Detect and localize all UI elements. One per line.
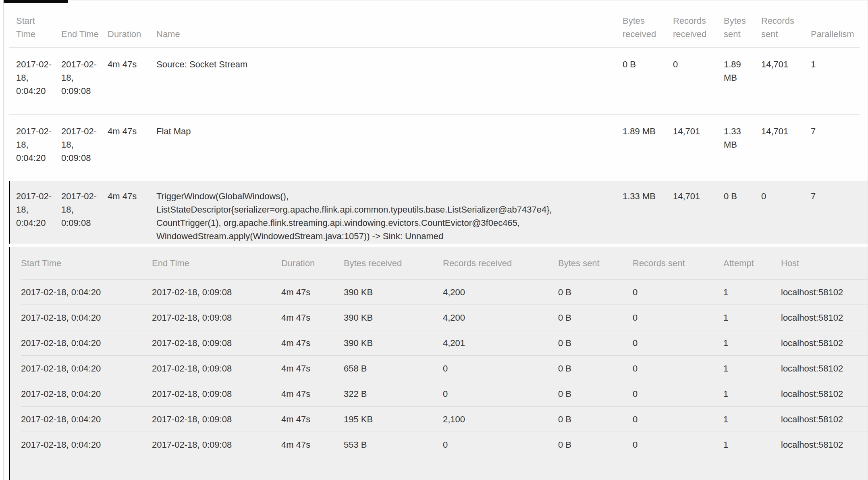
- cell-records-received: 4,200: [443, 311, 558, 324]
- cell-records-sent: 14,701: [761, 125, 811, 138]
- cell-records-received: 0: [443, 438, 558, 451]
- cell-bytes-received: 658 B: [344, 362, 443, 375]
- operator-row-flat-map[interactable]: 2017-02-18, 0:04:20 2017-02-18, 0:09:08 …: [9, 115, 860, 181]
- cell-start-time: 2017-02-18, 0:04:20: [21, 311, 152, 324]
- cell-bytes-sent: 0 B: [558, 286, 633, 299]
- active-tab-indicator: [4, 0, 68, 3]
- cell-bytes-received: 390 KB: [344, 311, 443, 324]
- subtask-table-header: Start Time End Time Duration Bytes recei…: [21, 247, 868, 280]
- cell-host: localhost:58102: [781, 362, 868, 375]
- col-header-attempt: Attempt: [723, 257, 781, 270]
- cell-records-received: 0: [443, 387, 558, 401]
- col-header-bytes-received: Bytes received: [344, 257, 443, 270]
- cell-records-sent: 0: [633, 286, 723, 299]
- cell-records-sent: 0: [633, 438, 723, 451]
- cell-end-time: 2017-02-18, 0:09:08: [152, 336, 281, 350]
- cell-duration: 4m 47s: [281, 362, 344, 375]
- cell-start-time: 2017-02-18, 0:04:20: [21, 438, 152, 451]
- cell-start-time: 2017-02-18, 0:04:20: [21, 336, 152, 350]
- col-header-host: Host: [781, 257, 868, 270]
- subtask-row: 2017-02-18, 0:04:20 2017-02-18, 0:09:08 …: [21, 330, 868, 356]
- col-header-start-time: Start Time: [21, 257, 152, 270]
- cell-duration: 4m 47s: [281, 438, 344, 451]
- cell-records-sent: 0: [761, 190, 811, 203]
- cell-bytes-sent: 0 B: [558, 362, 633, 375]
- cell-bytes-received: 322 B: [344, 387, 443, 401]
- cell-host: localhost:58102: [781, 311, 868, 324]
- cell-attempt: 1: [723, 311, 781, 324]
- cell-records-sent: 0: [633, 311, 723, 324]
- subtask-row: 2017-02-18, 0:04:20 2017-02-18, 0:09:08 …: [21, 305, 868, 330]
- operator-table: Start Time End Time Duration Name Bytes …: [9, 0, 860, 181]
- cell-start-time: 2017-02-18, 0:04:20: [16, 190, 61, 230]
- col-header-end-time: End Time: [152, 257, 281, 270]
- cell-bytes-received: 553 B: [344, 438, 443, 451]
- cell-attempt: 1: [723, 286, 781, 299]
- col-header-name: Name: [156, 27, 623, 41]
- cell-records-sent: 0: [633, 413, 723, 426]
- cell-host: localhost:58102: [781, 413, 868, 426]
- cell-duration: 4m 47s: [281, 311, 344, 324]
- cell-bytes-sent: 0 B: [724, 190, 761, 203]
- cell-bytes-sent: 0 B: [558, 387, 633, 401]
- cell-bytes-sent: 0 B: [558, 413, 633, 426]
- cell-bytes-sent: 0 B: [558, 311, 633, 324]
- cell-end-time: 2017-02-18, 0:09:08: [61, 190, 108, 230]
- cell-duration: 4m 47s: [281, 413, 344, 426]
- cell-bytes-received: 390 KB: [344, 336, 443, 350]
- cell-end-time: 2017-02-18, 0:09:08: [61, 125, 108, 165]
- col-header-bytes-sent: Bytes sent: [558, 257, 633, 270]
- cell-records-sent: 0: [633, 387, 723, 401]
- operator-row-trigger-window-selected[interactable]: 2017-02-18, 0:04:20 2017-02-18, 0:09:08 …: [9, 181, 868, 244]
- cell-bytes-sent: 0 B: [558, 336, 633, 350]
- cell-bytes-received: 1.89 MB: [623, 125, 673, 138]
- cell-host: localhost:58102: [781, 336, 868, 350]
- cell-bytes-sent: 1.89 MB: [724, 58, 761, 84]
- cell-records-received: 14,701: [673, 125, 724, 138]
- col-header-duration: Duration: [108, 27, 156, 41]
- cell-end-time: 2017-02-18, 0:09:08: [152, 413, 281, 426]
- cell-bytes-received: 1.33 MB: [623, 190, 673, 203]
- col-header-records-received: Records received: [443, 257, 558, 270]
- col-header-end-time: End Time: [61, 27, 108, 41]
- cell-records-received: 4,201: [443, 336, 558, 350]
- cell-end-time: 2017-02-18, 0:09:08: [152, 286, 281, 299]
- cell-records-received: 14,701: [673, 190, 724, 203]
- cell-end-time: 2017-02-18, 0:09:08: [152, 362, 281, 375]
- cell-host: localhost:58102: [781, 438, 868, 451]
- col-header-parallelism: Parallelism: [811, 27, 860, 41]
- cell-name: Flat Map: [156, 125, 623, 138]
- subtask-row: 2017-02-18, 0:04:20 2017-02-18, 0:09:08 …: [21, 356, 868, 381]
- cell-name: Source: Socket Stream: [156, 58, 623, 71]
- col-header-bytes-sent: Bytes sent: [724, 14, 761, 41]
- cell-bytes-received: 390 KB: [344, 286, 443, 299]
- cell-start-time: 2017-02-18, 0:04:20: [16, 58, 61, 98]
- cell-start-time: 2017-02-18, 0:04:20: [21, 387, 152, 401]
- cell-parallelism: 7: [811, 190, 860, 203]
- cell-start-time: 2017-02-18, 0:04:20: [16, 125, 61, 165]
- cell-duration: 4m 47s: [281, 286, 344, 299]
- cell-bytes-received: 195 KB: [344, 413, 443, 426]
- operator-row-source-socket-stream[interactable]: 2017-02-18, 0:04:20 2017-02-18, 0:09:08 …: [9, 48, 860, 115]
- subtask-detail-panel: Start Time End Time Duration Bytes recei…: [9, 247, 868, 480]
- cell-duration: 4m 47s: [108, 190, 156, 203]
- cell-parallelism: 7: [811, 125, 860, 138]
- cell-attempt: 1: [723, 387, 781, 401]
- cell-records-received: 0: [443, 362, 558, 375]
- job-vertices-panel: Start Time End Time Duration Name Bytes …: [3, 0, 868, 480]
- cell-duration: 4m 47s: [108, 125, 156, 138]
- col-header-records-sent: Records sent: [761, 14, 811, 41]
- cell-bytes-sent: 0 B: [558, 438, 633, 451]
- cell-end-time: 2017-02-18, 0:09:08: [152, 387, 281, 401]
- cell-records-sent: 0: [633, 336, 723, 350]
- col-header-start-time: Start Time: [16, 14, 61, 41]
- cell-parallelism: 1: [811, 58, 860, 71]
- cell-name: TriggerWindow(GlobalWindows(), ListState…: [156, 190, 623, 243]
- subtask-row: 2017-02-18, 0:04:20 2017-02-18, 0:09:08 …: [21, 432, 868, 457]
- cell-records-received: 0: [673, 58, 724, 71]
- cell-start-time: 2017-02-18, 0:04:20: [21, 413, 152, 426]
- cell-end-time: 2017-02-18, 0:09:08: [152, 438, 281, 451]
- cell-records-received: 2,100: [443, 413, 558, 426]
- cell-records-sent: 14,701: [761, 58, 811, 71]
- cell-bytes-sent: 1.33 MB: [724, 125, 761, 151]
